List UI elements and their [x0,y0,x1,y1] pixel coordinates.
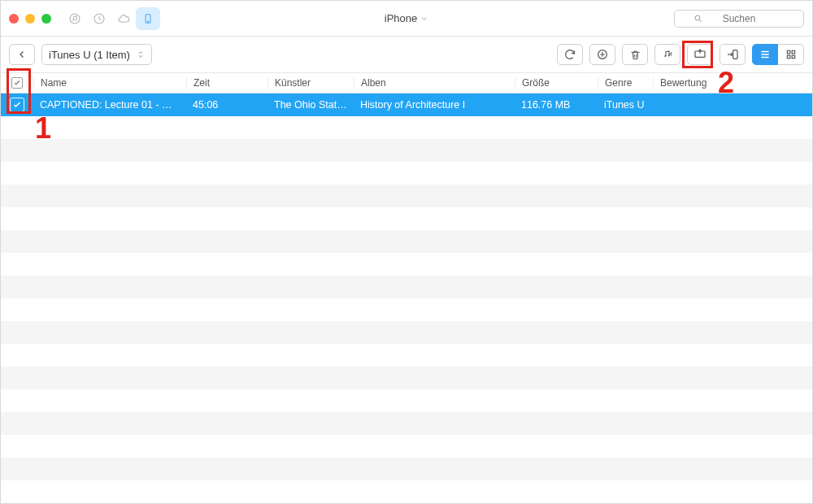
row-name: CAPTIONED: Lecture 01 - Wh… [33,99,186,111]
col-album[interactable]: Alben [354,77,515,89]
row-check-cell [1,98,33,112]
empty-row [1,344,812,367]
table-header: Name Zeit Künstler Alben Größe Genre Bew… [1,72,812,93]
empty-row [1,435,812,458]
source-selector [63,7,160,30]
empty-row [1,116,812,139]
device-name: iPhone [385,12,417,24]
empty-row [1,276,812,298]
svg-point-0 [70,14,80,24]
category-dropdown[interactable]: iTunes U (1 Item) [41,44,152,65]
search-wrap [674,10,804,28]
svg-rect-12 [787,50,790,54]
device-icon[interactable] [136,7,160,30]
toolbar: iTunes U (1 Item) [1,37,812,72]
row-checkbox[interactable] [10,98,24,112]
col-size[interactable]: Größe [515,77,598,89]
empty-row [1,185,812,207]
traffic-lights [1,14,51,24]
row-time: 45:06 [186,99,267,111]
row-genre: iTunes U [598,99,653,111]
add-button[interactable] [589,44,615,65]
empty-row [1,230,812,253]
svg-rect-14 [787,55,790,59]
back-button[interactable] [9,44,35,65]
col-time[interactable]: Zeit [186,77,267,89]
minimize-window-button[interactable] [25,14,35,24]
itunes-icon[interactable] [63,7,87,30]
zoom-window-button[interactable] [41,14,51,24]
empty-row [1,367,812,389]
row-size: 116.76 MB [515,99,598,111]
empty-row [1,298,812,321]
svg-rect-11 [733,50,737,59]
select-all-checkbox[interactable] [11,77,23,89]
svg-rect-15 [792,55,795,59]
toolbar-actions [557,44,804,65]
svg-point-1 [72,20,74,21]
empty-row [1,139,812,162]
empty-row [1,162,812,185]
to-device-button[interactable] [720,44,746,65]
svg-rect-13 [792,50,795,54]
table-row[interactable]: CAPTIONED: Lecture 01 - Wh… 45:06 The Oh… [1,93,812,116]
svg-point-5 [147,20,148,21]
device-selector[interactable]: iPhone [385,12,428,24]
empty-row [1,458,812,480]
row-album: History of Architecture I [354,99,515,111]
grid-view-button[interactable] [778,44,804,65]
history-icon[interactable] [87,7,111,30]
col-name[interactable]: Name [33,77,186,89]
refresh-button[interactable] [557,44,583,65]
view-mode-segment [752,44,804,65]
select-all-cell [1,77,33,89]
empty-row [1,321,812,344]
svg-point-2 [76,19,77,20]
svg-point-9 [668,54,670,56]
cloud-icon[interactable] [111,7,136,30]
titlebar: iPhone [1,1,812,37]
list-view-button[interactable] [752,44,778,65]
empty-row [1,389,812,412]
row-artist: The Ohio State… [267,99,354,111]
to-computer-button[interactable] [687,44,713,65]
updown-icon [137,49,145,60]
empty-row [1,412,812,435]
svg-point-8 [664,55,666,57]
to-itunes-button[interactable] [654,44,680,65]
search-icon [693,14,703,24]
table-body: CAPTIONED: Lecture 01 - Wh… 45:06 The Oh… [1,93,812,480]
close-window-button[interactable] [9,14,19,24]
col-artist[interactable]: Künstler [267,77,354,89]
svg-point-6 [695,15,700,20]
col-rating[interactable]: Bewertung [653,77,718,89]
category-dropdown-label: iTunes U (1 Item) [49,49,130,61]
empty-row [1,253,812,276]
col-genre[interactable]: Genre [598,77,653,89]
chevron-down-icon [420,15,428,23]
empty-row [1,207,812,230]
delete-button[interactable] [622,44,648,65]
